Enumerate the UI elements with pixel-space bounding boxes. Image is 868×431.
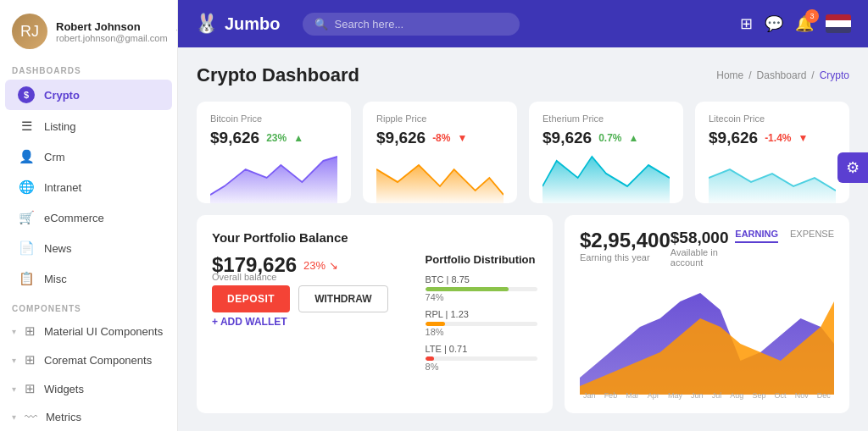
notification-badge: 3: [805, 9, 819, 23]
sidebar-material-ui[interactable]: ▾ ⊞ Material UI Components: [0, 317, 177, 345]
crypto-icon: $: [17, 86, 36, 103]
logo-text: Jumbo: [225, 14, 281, 34]
x-label-dec: Dec: [817, 391, 831, 400]
x-label-nov: Nov: [795, 391, 809, 400]
notification-button[interactable]: 🔔 3: [795, 14, 814, 33]
profile-name: Robert Johnson: [56, 20, 168, 33]
ripple-value: $9,626: [376, 129, 426, 147]
bitcoin-arrow: ▲: [293, 132, 303, 144]
x-label-jan: Jan: [583, 391, 596, 400]
distribution-title: Portfolio Distribution: [426, 253, 537, 266]
page-title: Crypto Dashboard: [197, 64, 359, 86]
bitcoin-price-card: Bitcoin Price $9,626 23% ▲: [197, 102, 351, 203]
sidebar-item-crm[interactable]: 👤 Crm: [5, 142, 172, 171]
breadcrumb-sep: /: [748, 69, 751, 81]
ethereum-label: Etherium Price: [542, 113, 670, 124]
bitcoin-change: 23%: [266, 132, 287, 144]
dist-lte-label: LTE | 0.71: [426, 344, 537, 354]
x-label-feb: Feb: [604, 391, 618, 400]
sidebar-item-intranet[interactable]: 🌐 Intranet: [5, 173, 172, 202]
grid-button[interactable]: ⊞: [740, 14, 753, 33]
sidebar-item-listing[interactable]: ☰ Listing: [5, 112, 172, 141]
x-label-mar: Mar: [626, 391, 639, 400]
x-label-jul: Jul: [712, 391, 722, 400]
sidebar-item-label: Intranet: [44, 181, 81, 194]
avatar: RJ: [12, 14, 47, 49]
grid-icon: ⊞: [25, 323, 36, 339]
earnings-available-label: Available in account: [670, 247, 736, 268]
litecoin-arrow: ▼: [798, 132, 808, 144]
page-header: Crypto Dashboard Home / Dashboard / Cryp…: [197, 64, 849, 86]
dist-btc: BTC | 8.75 74%: [426, 274, 537, 302]
litecoin-price-card: Litecoin Price $9,626 -1.4% ▼: [695, 102, 849, 203]
x-label-oct: Oct: [775, 391, 787, 400]
withdraw-button[interactable]: WITHDRAW: [298, 285, 387, 312]
earnings-chart: Jan Feb Mar Apr May Jun Jul Aug Sep Oct …: [580, 276, 834, 400]
profile-email: robert.johnson@gmail.com: [56, 33, 168, 43]
intranet-icon: 🌐: [17, 180, 36, 195]
x-label-apr: Apr: [648, 391, 659, 400]
chevron-down-icon: ▾: [12, 356, 16, 365]
tab-earning[interactable]: EARNING: [735, 229, 778, 243]
sidebar-metrics[interactable]: ▾ 〰 Metrics: [0, 403, 177, 431]
bitcoin-value: $9,626: [210, 129, 259, 147]
sidebar-item-label: Misc: [44, 273, 67, 285]
content-area: Crypto Dashboard Home / Dashboard / Cryp…: [178, 47, 868, 431]
sidebar-item-crypto[interactable]: $ Crypto: [5, 80, 172, 110]
bottom-row: Your Portfolio Balance $179,626 23% ↘ Ov…: [197, 215, 849, 413]
sidebar-item-label: Crm: [44, 151, 65, 163]
bitcoin-label: Bitcoin Price: [210, 113, 337, 124]
portfolio-change: 23% ↘: [303, 259, 338, 272]
earnings-card: $2,95,400 Earning this year $58,000 Avai…: [565, 215, 849, 413]
listing-icon: ☰: [17, 119, 36, 134]
sidebar-item-label: eCommerce: [44, 212, 104, 224]
tab-expense[interactable]: EXPENSE: [790, 229, 834, 243]
dist-lte-bar: [426, 356, 435, 361]
ripple-arrow: ▼: [457, 132, 467, 144]
search-input[interactable]: [335, 18, 508, 30]
widgets-icon: ⊞: [25, 381, 36, 396]
breadcrumb-dashboard[interactable]: Dashboard: [757, 69, 807, 81]
portfolio-overall-label: Overall balance: [212, 272, 388, 282]
dashboards-label: DASHBOARDS: [0, 58, 177, 79]
settings-gear-button[interactable]: ⚙: [837, 152, 868, 183]
profile-section: RJ Robert Johnson robert.johnson@gmail.c…: [0, 0, 177, 58]
logo: 🐰 Jumbo: [195, 13, 281, 35]
earnings-amount-label: Earning this year: [580, 252, 670, 262]
sidebar: RJ Robert Johnson robert.johnson@gmail.c…: [0, 0, 178, 431]
sidebar-coremat[interactable]: ▾ ⊞ Coremat Components: [0, 345, 177, 374]
widgets-label: Widgets: [44, 383, 84, 395]
chat-button[interactable]: 💬: [765, 14, 783, 33]
sidebar-item-ecommerce[interactable]: 🛒 eCommerce: [5, 203, 172, 232]
sidebar-widgets[interactable]: ▾ ⊞ Widgets: [0, 374, 177, 403]
search-icon: 🔍: [314, 18, 328, 30]
x-label-jun: Jun: [691, 391, 704, 400]
material-ui-label: Material UI Components: [44, 325, 163, 338]
ethereum-price-card: Etherium Price $9,626 0.7% ▲: [529, 102, 683, 203]
grid-icon: ⊞: [25, 352, 36, 367]
dist-rpl: RPL | 1.23 18%: [426, 309, 537, 337]
earnings-tabs: EARNING EXPENSE: [735, 229, 834, 243]
main-area: 🐰 Jumbo 🔍 ⊞ 💬 🔔 3 Crypto Dashboard Home …: [178, 0, 868, 431]
add-wallet-button[interactable]: + ADD WALLET: [212, 316, 388, 328]
crm-icon: 👤: [17, 149, 36, 164]
litecoin-value: $9,626: [709, 129, 758, 147]
bitcoin-chart: [210, 152, 337, 203]
sidebar-item-misc[interactable]: 📋 Misc: [5, 264, 172, 293]
ripple-label: Ripple Price: [376, 113, 504, 124]
ripple-change: -8%: [432, 132, 450, 144]
topbar: 🐰 Jumbo 🔍 ⊞ 💬 🔔 3: [178, 0, 868, 47]
ripple-price-card: Ripple Price $9,626 -8% ▼: [363, 102, 517, 203]
misc-icon: 📋: [17, 271, 36, 286]
price-cards-row: Bitcoin Price $9,626 23% ▲: [197, 102, 849, 203]
sidebar-item-news[interactable]: 📄 News: [5, 234, 172, 262]
breadcrumb-home[interactable]: Home: [716, 69, 743, 81]
search-bar[interactable]: 🔍: [303, 13, 520, 36]
coremat-label: Coremat Components: [44, 354, 152, 367]
earnings-amount: $2,95,400: [580, 229, 670, 252]
dist-btc-bar: [426, 287, 509, 291]
language-flag[interactable]: [826, 14, 851, 33]
breadcrumb-current: Crypto: [820, 69, 849, 81]
x-label-aug: Aug: [730, 391, 743, 400]
deposit-button[interactable]: DEPOSIT: [212, 285, 290, 312]
